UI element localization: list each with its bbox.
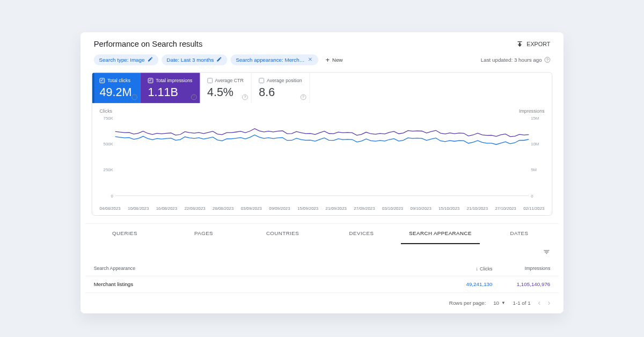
new-filter-button[interactable]: + New	[321, 54, 347, 66]
chip-label: Search type: Image	[99, 57, 144, 63]
metric-average-ctr[interactable]: Average CTR 4.5% ?	[200, 72, 251, 103]
help-icon[interactable]: ?	[301, 94, 306, 100]
chart-panel: Total clicks 49.2M ? Total impressions 1…	[92, 72, 552, 216]
export-button[interactable]: EXPORT	[516, 40, 551, 48]
cell-clicks: 49,241,130	[440, 282, 493, 288]
pagination: Rows per page: 10▼ 1-1 of 1 ‹ ›	[85, 293, 559, 307]
new-label: New	[332, 57, 343, 63]
page-title: Performance on Search results	[94, 40, 203, 49]
cell-impressions: 1,105,140,976	[493, 282, 551, 288]
next-page-button[interactable]: ›	[548, 298, 551, 307]
filter-chips: Search type: Image Date: Last 3 months S…	[94, 54, 347, 66]
page-range: 1-1 of 1	[513, 299, 530, 305]
chip-search-appearance[interactable]: Search appearance: Merch…	[231, 54, 318, 65]
tab-pages[interactable]: PAGES	[164, 224, 243, 244]
checkbox-icon	[259, 78, 264, 83]
metric-label: Average CTR	[215, 78, 244, 83]
prev-page-button[interactable]: ‹	[538, 298, 540, 307]
x-axis-ticks: 04/08/202310/08/202316/08/202322/08/2023…	[99, 204, 544, 211]
filter-icon[interactable]	[543, 248, 551, 258]
metric-label: Average position	[267, 78, 302, 83]
tab-devices[interactable]: DEVICES	[322, 224, 401, 244]
rows-per-page-label: Rows per page:	[449, 299, 486, 305]
help-icon[interactable]: ?	[191, 94, 197, 100]
col-name[interactable]: Search Appearance	[94, 266, 440, 272]
svg-text:0: 0	[531, 194, 533, 199]
last-updated: Last updated: 3 hours ago ?	[481, 57, 551, 63]
export-label: EXPORT	[526, 41, 550, 47]
checkbox-icon	[148, 78, 153, 83]
chip-label: Search appearance: Merch…	[236, 57, 304, 63]
metric-value: 8.6	[259, 85, 302, 99]
y-axis-right-label: Impressions	[519, 108, 545, 114]
col-clicks[interactable]: ↓ Clicks	[440, 266, 493, 272]
table-row[interactable]: Merchant listings49,241,1301,105,140,976	[85, 276, 559, 293]
col-impressions[interactable]: Impressions	[493, 266, 551, 272]
close-icon[interactable]	[307, 56, 313, 63]
chip-label: Date: Last 3 months	[167, 57, 214, 63]
metric-average-position[interactable]: Average position 8.6 ?	[252, 72, 310, 103]
rows-per-page-select[interactable]: 10▼	[493, 299, 506, 305]
tab-countries[interactable]: COUNTRIES	[243, 224, 322, 244]
tab-search-appearance[interactable]: SEARCH APPEARANCE	[401, 224, 480, 244]
plus-icon: +	[326, 56, 330, 64]
svg-text:250K: 250K	[104, 167, 114, 172]
help-icon[interactable]: ?	[242, 94, 248, 100]
metric-label: Total clicks	[107, 78, 130, 83]
chevron-down-icon: ▼	[501, 300, 506, 305]
svg-text:500K: 500K	[104, 142, 114, 146]
metric-value: 1.11B	[148, 85, 193, 99]
metric-value: 4.5%	[207, 85, 244, 99]
svg-text:10M: 10M	[531, 142, 539, 146]
download-icon	[516, 40, 524, 48]
dimension-tabs: QUERIESPAGESCOUNTRIESDEVICESSEARCH APPEA…	[85, 223, 559, 244]
metric-label: Total impressions	[156, 78, 192, 83]
performance-chart: 750K500K250K015M10M5M0	[99, 115, 544, 204]
pencil-icon	[147, 56, 153, 63]
checkbox-icon	[207, 78, 213, 83]
svg-text:5M: 5M	[531, 167, 537, 172]
tab-queries[interactable]: QUERIES	[85, 224, 164, 244]
svg-text:750K: 750K	[104, 116, 114, 121]
svg-text:0: 0	[111, 194, 113, 199]
help-icon[interactable]: ?	[545, 57, 551, 63]
cell-name: Merchant listings	[94, 282, 440, 288]
metric-total-clicks[interactable]: Total clicks 49.2M ?	[92, 72, 141, 103]
metric-total-impressions[interactable]: Total impressions 1.11B ?	[141, 72, 200, 103]
tab-dates[interactable]: DATES	[480, 224, 559, 244]
pencil-icon	[216, 56, 222, 63]
y-axis-left-label: Clicks	[99, 108, 112, 114]
checkbox-icon	[99, 78, 105, 83]
metric-value: 49.2M	[99, 85, 133, 99]
sort-desc-icon: ↓	[475, 266, 478, 272]
help-icon[interactable]: ?	[131, 94, 137, 100]
table-header: Search Appearance ↓ Clicks Impressions	[85, 257, 559, 276]
svg-text:15M: 15M	[531, 116, 539, 121]
chip-date[interactable]: Date: Last 3 months	[162, 54, 228, 65]
chip-search-type[interactable]: Search type: Image	[94, 54, 158, 65]
